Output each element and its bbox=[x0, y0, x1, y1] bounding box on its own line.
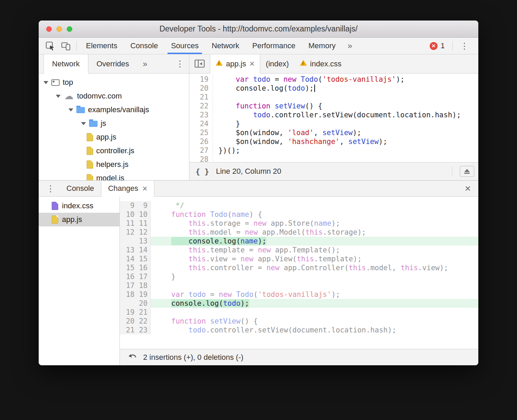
statusbar-divider bbox=[452, 167, 452, 176]
code-token: .controller.setView(document.location.ha… bbox=[270, 111, 461, 119]
navigator-menu-button[interactable] bbox=[171, 54, 189, 73]
code-token: todo bbox=[223, 299, 241, 307]
tree-item-js[interactable]: js bbox=[39, 117, 189, 130]
code-token: console.log( bbox=[171, 299, 223, 307]
diff-code-line: this.model = new app.Model(this.storage)… bbox=[151, 228, 478, 237]
code-line[interactable]: $on(window, 'hashchange', setView); bbox=[218, 137, 478, 146]
editor-tabbar: app.js(index)index.css bbox=[189, 54, 478, 74]
tree-item-app-js[interactable]: app.js bbox=[39, 130, 189, 144]
editor-code[interactable]: var todo = new Todo('todos-vanillajs'); … bbox=[213, 74, 478, 162]
line-number[interactable]: 23 bbox=[189, 110, 209, 119]
line-number[interactable]: 28 bbox=[189, 155, 209, 162]
panel-tab-performance[interactable]: Performance bbox=[246, 38, 302, 54]
code-line[interactable]: console.log(todo); bbox=[218, 84, 478, 93]
editor-tab-app-js[interactable]: app.js bbox=[210, 54, 260, 73]
tree-item-todomvc-com[interactable]: todomvc.com bbox=[39, 89, 189, 103]
line-number[interactable]: 26 bbox=[189, 137, 209, 146]
revert-changes-button[interactable] bbox=[128, 353, 138, 362]
code-token: function bbox=[236, 102, 270, 110]
tree-item-helpers-js[interactable]: helpers.js bbox=[39, 158, 189, 171]
code-line[interactable] bbox=[218, 155, 478, 162]
editor-tab-label: index.css bbox=[310, 60, 342, 68]
drawer-tab-console[interactable]: Console bbox=[60, 181, 101, 196]
expand-arrow-icon[interactable] bbox=[43, 81, 48, 84]
code-token: .storage); bbox=[323, 228, 366, 236]
drawer-tab-changes[interactable]: Changes bbox=[101, 181, 155, 196]
changes-file-index-css[interactable]: index.css bbox=[39, 199, 119, 213]
editor-tab-index-css[interactable]: index.css bbox=[294, 54, 347, 73]
eject-icon bbox=[464, 169, 470, 172]
code-line[interactable]: $on(window, 'load', setView); bbox=[218, 128, 478, 137]
text-caret bbox=[314, 84, 315, 92]
hide-navigator-button[interactable] bbox=[189, 54, 210, 73]
tree-item-label: controller.js bbox=[96, 146, 134, 155]
diff-line-numbers: 2022 bbox=[120, 317, 151, 326]
diff-code-line: var todo = new Todo('todos-vanillajs'); bbox=[151, 290, 478, 299]
code-line[interactable]: } bbox=[218, 119, 478, 128]
code-token: app.Store( bbox=[266, 219, 314, 227]
diff-row-inserted: 13 console.log(name); bbox=[120, 237, 478, 246]
navigator-tab-network[interactable]: Network bbox=[43, 54, 88, 73]
diff-code-line: */ bbox=[151, 201, 478, 210]
line-number[interactable]: 25 bbox=[189, 128, 209, 137]
tree-item-top[interactable]: top bbox=[39, 76, 189, 89]
file-label: index.css bbox=[62, 201, 93, 210]
diff-row: 1718 bbox=[120, 281, 478, 290]
minimize-window-button[interactable] bbox=[56, 26, 62, 32]
line-number[interactable]: 20 bbox=[189, 84, 209, 93]
devtools-menu-button[interactable] bbox=[455, 41, 474, 51]
close-window-button[interactable] bbox=[46, 26, 52, 32]
code-token bbox=[171, 255, 189, 263]
eject-button[interactable] bbox=[460, 166, 474, 177]
navigator-more-tabs-button[interactable]: » bbox=[137, 54, 153, 73]
panel-tab-console[interactable]: Console bbox=[124, 38, 165, 54]
code-token: .view); bbox=[418, 264, 449, 272]
code-line[interactable]: function setView() { bbox=[218, 102, 478, 110]
error-badge-icon[interactable] bbox=[430, 42, 438, 50]
code-token: Todo bbox=[301, 75, 318, 83]
pretty-print-button[interactable] bbox=[196, 167, 209, 176]
changes-file-app-js[interactable]: app.js bbox=[39, 213, 119, 226]
new-line-number: 9 bbox=[135, 201, 148, 210]
code-token: () { bbox=[240, 317, 258, 325]
panel-tab-elements[interactable]: Elements bbox=[79, 38, 124, 54]
code-token: 'hashchange' bbox=[288, 137, 340, 146]
close-tab-icon[interactable] bbox=[142, 184, 148, 193]
drawer-menu-button[interactable] bbox=[41, 181, 60, 196]
diff-code-line bbox=[151, 308, 478, 317]
old-line-number: 13 bbox=[122, 246, 135, 254]
line-number[interactable]: 24 bbox=[189, 119, 209, 128]
code-line[interactable] bbox=[218, 93, 478, 102]
tree-item-model-js[interactable]: model.js bbox=[39, 171, 189, 180]
line-number[interactable]: 22 bbox=[189, 102, 209, 110]
zoom-window-button[interactable] bbox=[67, 26, 72, 32]
expand-arrow-icon[interactable] bbox=[56, 95, 61, 98]
tree-item-examples-vanillajs[interactable]: examples/vanillajs bbox=[39, 103, 189, 117]
code-line[interactable]: var todo = new Todo('todos-vanillajs'); bbox=[218, 75, 478, 84]
panel-tab-network[interactable]: Network bbox=[205, 38, 246, 54]
diff-line-numbers: 1718 bbox=[120, 281, 151, 290]
code-line[interactable]: todo.controller.setView(document.locatio… bbox=[218, 110, 478, 119]
code-token: setView bbox=[348, 137, 379, 146]
close-drawer-button[interactable] bbox=[457, 181, 478, 196]
panel-tab-memory[interactable]: Memory bbox=[302, 38, 342, 54]
line-number[interactable]: 27 bbox=[189, 146, 209, 155]
expand-arrow-icon[interactable] bbox=[81, 122, 86, 125]
expand-arrow-icon[interactable] bbox=[68, 108, 73, 111]
navigator-tab-overrides[interactable]: Overrides bbox=[88, 54, 137, 73]
code-editor: 19202122232425262728 var todo = new Todo… bbox=[189, 74, 478, 162]
line-number[interactable]: 21 bbox=[189, 93, 209, 102]
navigator-tabbar: NetworkOverrides » bbox=[39, 54, 189, 74]
device-toolbar-button[interactable] bbox=[58, 38, 74, 54]
more-panels-button[interactable]: » bbox=[342, 38, 357, 54]
code-line[interactable]: })(); bbox=[218, 146, 478, 155]
panel-tab-sources[interactable]: Sources bbox=[164, 38, 205, 54]
editor-tab-index[interactable]: (index) bbox=[260, 54, 294, 73]
line-number[interactable]: 19 bbox=[189, 75, 209, 84]
old-line-number: 14 bbox=[122, 254, 135, 263]
close-tab-icon[interactable] bbox=[250, 60, 255, 68]
tree-item-controller-js[interactable]: controller.js bbox=[39, 144, 189, 158]
inspect-element-button[interactable] bbox=[42, 38, 58, 54]
inserted-text: console.log(name); bbox=[171, 237, 266, 245]
code-token: app.View( bbox=[253, 255, 297, 263]
